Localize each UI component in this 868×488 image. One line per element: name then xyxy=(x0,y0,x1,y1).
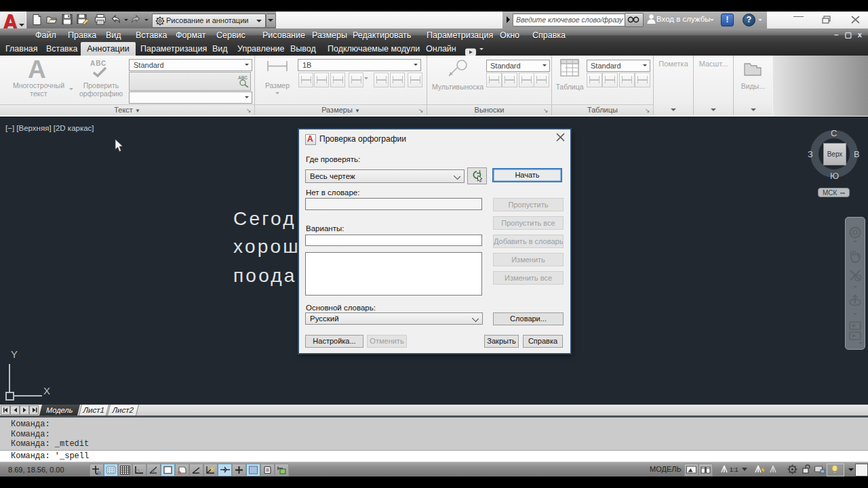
svg-text:1:1: 1:1 xyxy=(730,466,738,473)
svg-text:АВС: АВС xyxy=(238,75,248,80)
